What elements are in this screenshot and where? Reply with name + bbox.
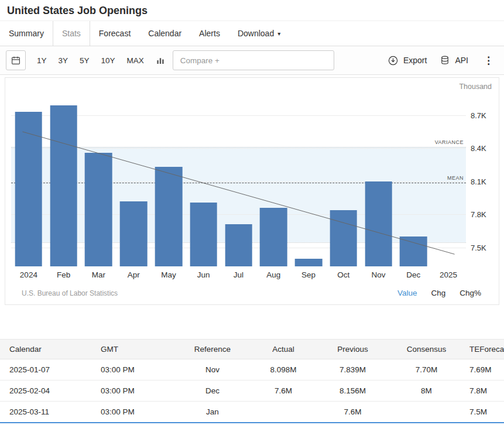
toggle-chg-pct[interactable]: Chg% (460, 289, 481, 297)
series-toggle-group: Value Chg Chg% (397, 289, 492, 297)
database-icon (440, 55, 450, 66)
x-axis-label: 2025 (431, 270, 466, 279)
table-cell: 7.6M (249, 381, 317, 402)
range-1y-button[interactable]: 1Y (32, 53, 52, 68)
table-cell: 7.6M (317, 402, 388, 423)
table-cell: 2025-01-07 (0, 359, 96, 381)
tab-summary[interactable]: Summary (0, 21, 53, 46)
tab-download[interactable]: Download ▾ (229, 21, 289, 46)
x-axis: 2024FebMarAprMayJunJulAugSepOctNovDec202… (11, 270, 466, 279)
date-range-button[interactable] (6, 50, 26, 70)
tab-bar: Summary Stats Forecast Calendar Alerts D… (0, 21, 504, 46)
x-axis-label: Nov (361, 270, 396, 279)
y-axis-tick-label: 8.4K (471, 144, 486, 153)
range-10y-button[interactable]: 10Y (96, 53, 121, 68)
table-header-calendar: Calendar (0, 340, 96, 359)
table-cell: 2025-03-11 (0, 402, 96, 423)
y-axis-tick-label: 7.8K (471, 210, 486, 219)
chart-toolbar: 1Y 3Y 5Y 10Y MAX Export (0, 46, 504, 75)
chart-footer: U.S. Bureau of Labor Statistics Value Ch… (11, 289, 493, 297)
table-cell: 03:00 PM (96, 359, 176, 381)
x-axis-label: Mar (81, 270, 116, 279)
chart-card: Thousand VARIANCEMEAN 8.7K8.4K8.1K7.8K7.… (5, 77, 499, 305)
x-axis-label: Jun (186, 270, 221, 279)
tab-calendar[interactable]: Calendar (139, 21, 190, 46)
y-axis: 8.7K8.4K8.1K7.8K7.5K (466, 93, 493, 266)
api-label: API (455, 56, 468, 65)
x-axis-label: 2024 (11, 270, 46, 279)
x-axis-label: Aug (256, 270, 291, 279)
trend-line (11, 93, 466, 266)
table-cell: 03:00 PM (96, 381, 176, 402)
table-body: 2025-01-0703:00 PMNov8.098M7.839M7.70M7.… (0, 359, 504, 423)
table-header-row: CalendarGMTReferenceActualPreviousConsen… (0, 340, 504, 359)
table-cell: Nov (176, 359, 249, 381)
table-header-actual: Actual (249, 340, 317, 359)
table-cell: 8M (388, 381, 465, 402)
table-header-gmt: GMT (96, 340, 176, 359)
chart-unit-label: Thousand (11, 83, 493, 93)
table-cell: 7.839M (317, 359, 388, 381)
table-cell: Jan (176, 402, 249, 423)
table-cell: 7.69M (465, 359, 504, 381)
calendar-icon (11, 55, 21, 66)
table-cell: 7.8M (465, 381, 504, 402)
api-button[interactable]: API (440, 55, 468, 66)
toolbar-right: Export API ⋮ (388, 54, 498, 67)
toggle-chg[interactable]: Chg (431, 289, 445, 297)
export-download-icon (388, 55, 399, 66)
table-cell: 7.70M (388, 359, 465, 381)
table-cell: 03:00 PM (96, 402, 176, 423)
table-cell: 2025-02-04 (0, 381, 96, 402)
toggle-value[interactable]: Value (397, 289, 417, 297)
compare-input[interactable] (173, 50, 334, 70)
more-options-icon[interactable]: ⋮ (481, 54, 496, 67)
table-cell: 7.5M (465, 402, 504, 423)
export-button[interactable]: Export (388, 55, 427, 66)
x-axis-label: Jul (221, 270, 256, 279)
tab-download-label: Download (238, 29, 274, 38)
x-axis-label: May (151, 270, 186, 279)
table-header-reference: Reference (176, 340, 249, 359)
table-cell (388, 402, 465, 423)
page-header: United States Job Openings (0, 0, 504, 21)
y-axis-tick-label: 7.5K (471, 243, 486, 252)
x-axis-label: Dec (396, 270, 431, 279)
table-cell: 8.156M (317, 381, 388, 402)
x-axis-label: Sep (291, 270, 326, 279)
chevron-down-icon: ▾ (277, 30, 280, 37)
table-row[interactable]: 2025-01-0703:00 PMNov8.098M7.839M7.70M7.… (0, 359, 504, 381)
chart-type-button[interactable] (155, 55, 166, 66)
x-axis-label: Oct (326, 270, 361, 279)
range-3y-button[interactable]: 3Y (53, 53, 74, 68)
table-cell: 8.098M (249, 359, 317, 381)
range-5y-button[interactable]: 5Y (74, 53, 95, 68)
table-cell: Dec (176, 381, 249, 402)
column-chart-icon (155, 55, 166, 66)
table-row[interactable]: 2025-02-0403:00 PMDec7.6M8.156M8M7.8M (0, 381, 504, 402)
table-header-previous: Previous (317, 340, 388, 359)
data-source-label: U.S. Bureau of Labor Statistics (22, 289, 118, 297)
tab-forecast[interactable]: Forecast (90, 21, 139, 46)
plot-area: VARIANCEMEAN (11, 93, 466, 266)
table-header-teforecast: TEForecast (465, 340, 504, 359)
calendar-table: CalendarGMTReferenceActualPreviousConsen… (0, 339, 504, 423)
tab-stats[interactable]: Stats (53, 21, 90, 46)
chart-body: VARIANCEMEAN 8.7K8.4K8.1K7.8K7.5K (11, 93, 493, 266)
table-header-consensus: Consensus (388, 340, 465, 359)
table-cell (249, 402, 317, 423)
export-label: Export (403, 56, 427, 65)
tab-alerts[interactable]: Alerts (190, 21, 229, 46)
x-axis-label: Feb (46, 270, 81, 279)
table-row[interactable]: 2025-03-1103:00 PMJan7.6M7.5M (0, 402, 504, 423)
range-max-button[interactable]: MAX (122, 53, 149, 68)
y-axis-tick-label: 8.1K (471, 177, 486, 186)
page-title: United States Job Openings (7, 5, 148, 16)
x-axis-label: Apr (116, 270, 151, 279)
y-axis-tick-label: 8.7K (471, 111, 486, 119)
